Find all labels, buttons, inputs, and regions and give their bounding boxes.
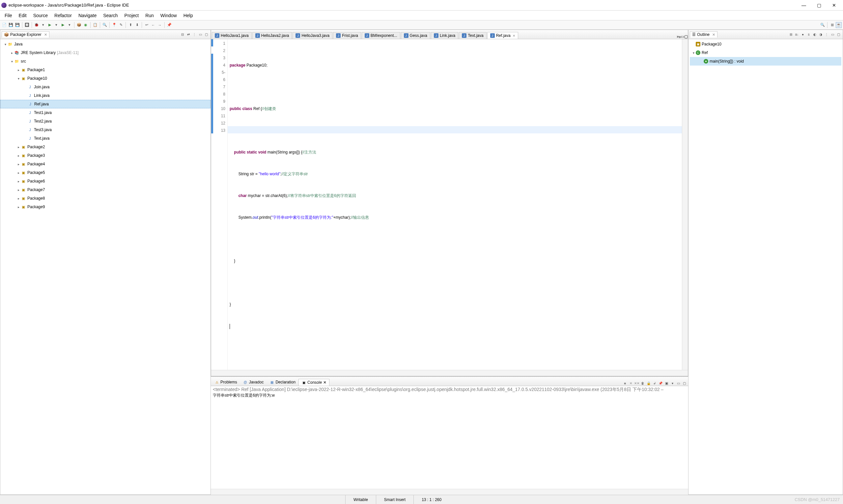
java-perspective-button[interactable]: ☕	[836, 22, 842, 28]
editor-tab[interactable]: JLink.java	[431, 32, 458, 39]
tree-package[interactable]: ▸ ▣ Package4	[0, 160, 211, 168]
back-button[interactable]: ←	[150, 22, 156, 28]
open-type-button[interactable]: 🔲	[24, 22, 30, 28]
show-list-button[interactable]: »₃	[677, 34, 681, 39]
expand-icon[interactable]: ▸	[16, 68, 21, 72]
menu-edit[interactable]: Edit	[16, 12, 30, 19]
clear-console-button[interactable]: 🗑	[640, 380, 645, 386]
menu-search[interactable]: Search	[100, 12, 121, 19]
tree-jre[interactable]: ▸ 📚 JRE System Library [JavaSE-11]	[0, 49, 211, 57]
editor-tab[interactable]: JFrist.java	[333, 32, 361, 39]
outline-class[interactable]: ▾ C Ref	[690, 49, 841, 57]
expand-icon[interactable]: ▸	[16, 188, 21, 192]
expand-icon[interactable]: ▸	[16, 162, 21, 166]
debug-button[interactable]: 🐞	[34, 22, 39, 28]
new-button[interactable]: 📄	[1, 22, 7, 28]
chevron-down-icon[interactable]: ▾	[53, 22, 59, 28]
hide-static-button[interactable]: s	[806, 32, 811, 37]
tab-console[interactable]: ▣Console✕	[299, 379, 329, 386]
expand-icon[interactable]: ▸	[16, 205, 21, 209]
maximize-button[interactable]: ▢	[811, 0, 827, 11]
close-icon[interactable]: ✕	[44, 33, 47, 37]
minimize-view-button[interactable]: ▭	[830, 32, 835, 37]
tree-file[interactable]: J Test1.java	[0, 108, 211, 117]
tree-project[interactable]: ▾ 📁 Java	[0, 40, 211, 49]
chevron-down-icon[interactable]: ▾	[40, 22, 46, 28]
close-window-button[interactable]: ✕	[827, 0, 842, 11]
menu-source[interactable]: Source	[30, 12, 51, 19]
chevron-down-icon[interactable]: ▾	[67, 22, 72, 28]
collapse-all-button[interactable]: ⊟	[180, 32, 185, 37]
tree-file[interactable]: J Join.java	[0, 83, 211, 91]
expand-icon[interactable]: ▸	[16, 197, 21, 200]
focus-button[interactable]: ⊞	[788, 32, 794, 37]
prev-annotation-button[interactable]: ⬆	[127, 22, 133, 28]
vertical-scrollbar[interactable]	[682, 39, 688, 370]
close-icon[interactable]: ✕	[513, 34, 515, 38]
open-task-button[interactable]: 📋	[92, 22, 98, 28]
tab-javadoc[interactable]: @Javadoc	[240, 378, 267, 386]
expand-icon[interactable]: ▸	[16, 180, 21, 183]
horizontal-scrollbar[interactable]	[211, 489, 688, 495]
remove-all-button[interactable]: ✕✕	[634, 380, 640, 386]
search-button[interactable]: 🔍	[102, 22, 108, 28]
open-perspective-button[interactable]: ⊞	[829, 22, 835, 28]
minimize-view-button[interactable]: ▭	[676, 380, 681, 386]
run-button[interactable]: ▶	[47, 22, 53, 28]
editor-tab[interactable]: JText.java	[459, 32, 486, 39]
tab-problems[interactable]: ⚠Problems	[212, 378, 240, 386]
expand-icon[interactable]: ▾	[3, 42, 7, 46]
tree-package[interactable]: ▾ ▣ Package10	[0, 74, 211, 83]
tree-file[interactable]: J Text.java	[0, 134, 211, 143]
expand-icon[interactable]: ▾	[16, 77, 21, 80]
outline-package[interactable]: ▣ Package10	[690, 40, 841, 49]
word-wrap-button[interactable]: ↲	[652, 380, 657, 386]
hide-fields-button[interactable]: ●	[800, 32, 805, 37]
view-menu-button[interactable]: ⋮	[824, 32, 829, 37]
new-class-button[interactable]: ◉	[83, 22, 89, 28]
tree-package[interactable]: ▸ ▣ Package1	[0, 66, 211, 74]
menu-window[interactable]: Window	[157, 12, 180, 19]
expand-icon[interactable]: ▾	[691, 51, 696, 55]
pin-console-button[interactable]: 📌	[658, 380, 663, 386]
open-console-button[interactable]: ▾	[670, 380, 675, 386]
tree-file[interactable]: J Test3.java	[0, 126, 211, 134]
package-tree[interactable]: ▾ 📁 Java ▸ 📚 JRE System Library [JavaSE-…	[0, 39, 211, 494]
tree-package[interactable]: ▸ ▣ Package7	[0, 185, 211, 194]
tree-package[interactable]: ▸ ▣ Package9	[0, 203, 211, 211]
tab-declaration[interactable]: ▦Declaration	[267, 378, 299, 386]
expand-icon[interactable]: ▸	[16, 171, 21, 175]
menu-help[interactable]: Help	[180, 12, 196, 19]
menu-project[interactable]: Project	[121, 12, 142, 19]
hide-local-button[interactable]: ◑	[818, 32, 823, 37]
code-editor[interactable]: 1234 5▫678 910111213 package Package10; …	[211, 39, 688, 370]
maximize-view-button[interactable]: ▢	[682, 380, 687, 386]
maximize-editor-button[interactable]: ▢	[684, 34, 688, 39]
tree-src[interactable]: ▾ 📁 src	[0, 57, 211, 66]
expand-icon[interactable]: ▸	[10, 51, 14, 55]
hide-nonpublic-button[interactable]: ◐	[812, 32, 817, 37]
tree-file-selected[interactable]: J Ref.java	[0, 100, 211, 108]
new-package-button[interactable]: 📦	[76, 22, 82, 28]
package-explorer-tab[interactable]: 📦 Package Explorer ✕	[2, 31, 49, 38]
horizontal-scrollbar[interactable]	[211, 370, 688, 376]
editor-tab[interactable]: JBMIexponent...	[362, 32, 400, 39]
tree-package[interactable]: ▸ ▣ Package2	[0, 143, 211, 151]
sort-button[interactable]: a↓	[794, 32, 800, 37]
minimize-view-button[interactable]: ▭	[198, 32, 203, 37]
menu-run[interactable]: Run	[142, 12, 157, 19]
forward-button[interactable]: →	[157, 22, 163, 28]
outline-method-selected[interactable]: ● main(String[]) : void	[690, 57, 841, 66]
toggle-mark-button[interactable]: ✎	[118, 22, 124, 28]
expand-icon[interactable]: ▾	[10, 60, 14, 63]
outline-tree[interactable]: ▣ Package10 ▾ C Ref ● main(String[]) : v…	[688, 39, 843, 494]
editor-tab[interactable]: JHelloJava1.java	[212, 32, 252, 39]
editor-tab[interactable]: JHelloJava2.java	[252, 32, 292, 39]
expand-icon[interactable]: ▸	[16, 154, 21, 158]
expand-icon[interactable]: ▸	[16, 145, 21, 149]
link-editor-button[interactable]: ⇄	[186, 32, 191, 37]
tree-package[interactable]: ▸ ▣ Package3	[0, 151, 211, 160]
code-area[interactable]: package Package10; public class Ref {//创…	[228, 39, 682, 370]
coverage-button[interactable]: ▶	[60, 22, 66, 28]
save-button[interactable]: 💾	[8, 22, 14, 28]
